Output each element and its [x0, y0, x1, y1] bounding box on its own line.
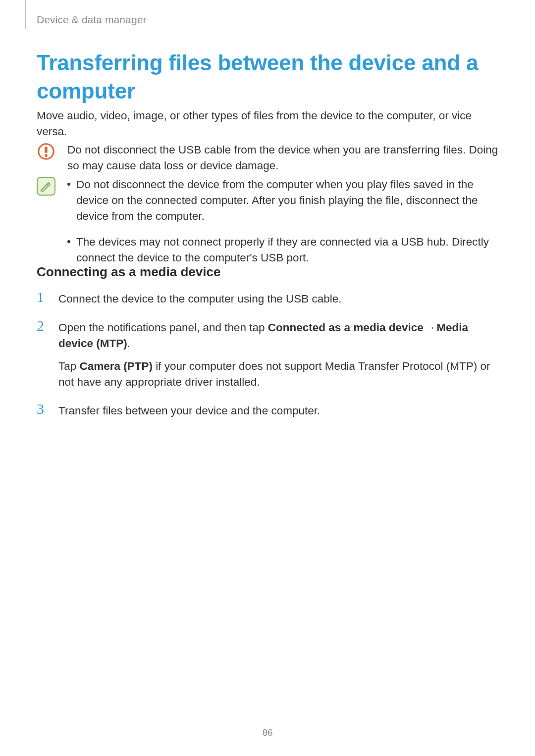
step-3: 3 Transfer files between your device and… [37, 403, 500, 419]
bullet-icon [67, 183, 70, 186]
step-number: 2 [37, 318, 48, 390]
note-item: The devices may not connect properly if … [67, 234, 500, 266]
intro-paragraph: Move audio, video, image, or other types… [37, 108, 500, 140]
arrow-right-icon: → [424, 320, 437, 336]
exclamation-circle-icon [37, 142, 55, 161]
step-1: 1 Connect the device to the computer usi… [37, 291, 500, 307]
step-body: Connect the device to the computer using… [58, 291, 500, 307]
step-number: 3 [37, 402, 48, 419]
warning-callout: Do not disconnect the USB cable from the… [37, 142, 500, 174]
ui-label-bold: Connected as a media device [268, 321, 424, 334]
steps-list: 1 Connect the device to the computer usi… [37, 291, 500, 432]
step-body: Transfer files between your device and t… [58, 403, 500, 419]
step-body: Open the notifications panel, and then t… [58, 320, 500, 390]
section-subheading: Connecting as a media device [37, 264, 220, 280]
svg-rect-1 [45, 147, 47, 153]
svg-point-2 [45, 154, 48, 157]
breadcrumb: Device & data manager [37, 14, 147, 26]
warning-text: Do not disconnect the USB cable from the… [67, 142, 500, 174]
note-pencil-icon [37, 177, 55, 196]
note-list: Do not disconnect the device from the co… [67, 177, 500, 276]
step-text: Open the notifications panel, and then t… [58, 321, 268, 334]
note-item: Do not disconnect the device from the co… [67, 177, 500, 224]
step-2: 2 Open the notifications panel, and then… [37, 320, 500, 390]
ui-label-bold: Camera (PTP) [80, 360, 153, 372]
note-item-text: Do not disconnect the device from the co… [76, 177, 500, 224]
note-callout: Do not disconnect the device from the co… [37, 177, 500, 276]
page-title: Transferring files between the device an… [37, 49, 487, 105]
step-subtext: Tap Camera (PTP) if your computer does n… [58, 358, 500, 390]
header-rule [25, 0, 26, 29]
step-text: . [127, 337, 130, 350]
manual-page: Device & data manager Transferring files… [0, 0, 535, 756]
page-number: 86 [0, 727, 535, 738]
step-text: Tap [58, 360, 80, 372]
svg-line-3 [47, 184, 49, 186]
step-number: 1 [37, 290, 48, 307]
bullet-icon [67, 240, 70, 243]
note-item-text: The devices may not connect properly if … [76, 234, 500, 266]
